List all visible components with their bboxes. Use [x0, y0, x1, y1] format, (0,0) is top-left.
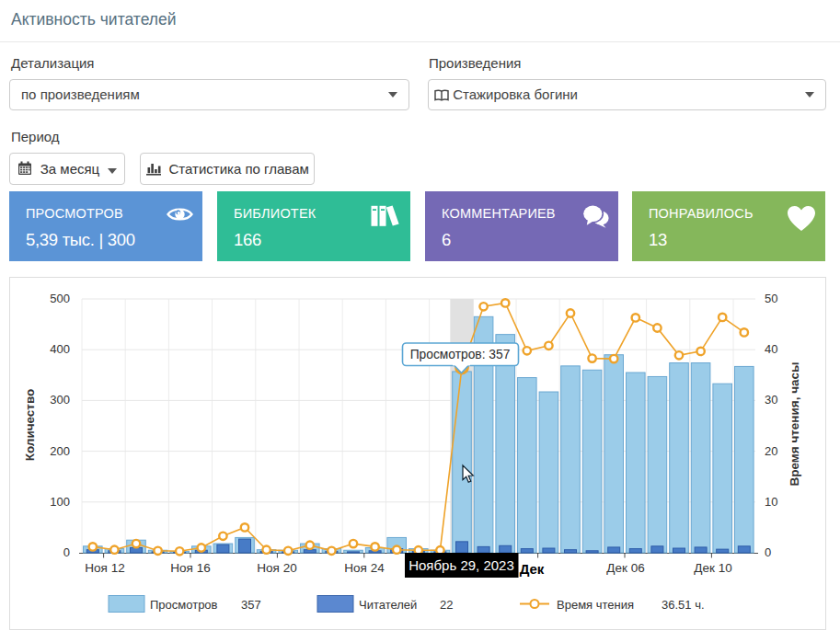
svg-text:0: 0 [63, 545, 70, 559]
svg-text:100: 100 [50, 495, 70, 509]
svg-text:40: 40 [765, 342, 777, 356]
svg-text:Читателей: Читателей [359, 598, 417, 612]
svg-text:Просмотров: 357: Просмотров: 357 [410, 348, 511, 361]
svg-text:400: 400 [50, 342, 70, 356]
svg-text:Ноябрь 29, 2023: Ноябрь 29, 2023 [408, 557, 514, 573]
svg-text:Ноя 24: Ноя 24 [344, 561, 385, 575]
svg-text:Количество: Количество [23, 389, 37, 462]
svg-text:30: 30 [765, 393, 777, 407]
svg-text:Время чтения: Время чтения [557, 598, 634, 612]
svg-text:Время чтения, часы: Время чтения, часы [788, 361, 801, 486]
svg-text:22: 22 [440, 598, 453, 612]
svg-text:Ноя 20: Ноя 20 [257, 561, 296, 575]
svg-text:Дек 06: Дек 06 [606, 561, 644, 575]
svg-text:Ноя 12: Ноя 12 [85, 561, 124, 575]
svg-text:Ноя 16: Ноя 16 [170, 561, 210, 575]
svg-text:10: 10 [765, 495, 777, 509]
svg-text:0: 0 [765, 545, 771, 559]
svg-text:Дек 10: Дек 10 [694, 561, 731, 575]
svg-text:300: 300 [50, 393, 70, 407]
svg-text:200: 200 [50, 444, 70, 458]
svg-text:500: 500 [50, 292, 70, 305]
svg-text:36.51 ч.: 36.51 ч. [662, 598, 705, 612]
svg-text:50: 50 [765, 292, 777, 305]
svg-text:20: 20 [765, 444, 777, 458]
svg-text:Дек: Дек [520, 561, 545, 577]
svg-text:Просмотров: Просмотров [150, 598, 218, 612]
svg-text:357: 357 [241, 598, 261, 612]
